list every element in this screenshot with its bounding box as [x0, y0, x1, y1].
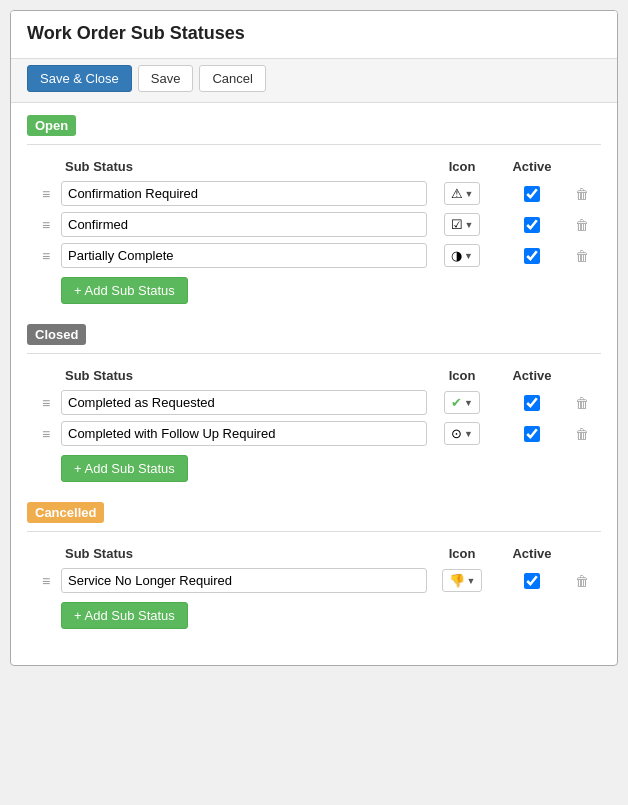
- icon-dropdown-cell: 👎 ▼: [427, 569, 497, 592]
- add-substatus-button-cancelled[interactable]: + Add Sub Status: [61, 602, 188, 629]
- active-checkbox[interactable]: [524, 217, 540, 233]
- active-cell: [497, 573, 567, 589]
- active-checkbox[interactable]: [524, 573, 540, 589]
- toolbar: Save & Close Save Cancel: [11, 59, 617, 103]
- icon-dropdown-cell: ☑ ▼: [427, 213, 497, 236]
- delete-button[interactable]: 🗑: [575, 395, 589, 411]
- title-bar: Work Order Sub Statuses: [11, 11, 617, 59]
- active-cell: [497, 426, 567, 442]
- substatus-field-wrapper: [61, 212, 427, 237]
- cancelled-col-active-header: Active: [497, 546, 567, 561]
- add-substatus-button-closed[interactable]: + Add Sub Status: [61, 455, 188, 482]
- icon-dropdown-cell: ◑ ▼: [427, 244, 497, 267]
- icon-dropdown-cell: ⚠ ▼: [427, 182, 497, 205]
- check-square-icon: ☑: [451, 217, 463, 232]
- save-close-button[interactable]: Save & Close: [27, 65, 132, 92]
- closed-table-header: Sub Status Icon Active: [27, 364, 601, 387]
- section-open: Open Sub Status Icon Active ≡ ⚠ ▼: [27, 115, 601, 304]
- active-checkbox[interactable]: [524, 186, 540, 202]
- caret-icon: ▼: [465, 220, 474, 230]
- substatus-input[interactable]: [61, 243, 427, 268]
- table-row: ≡ 👎 ▼ 🗑: [27, 565, 601, 596]
- substatus-input[interactable]: [61, 212, 427, 237]
- caret-icon: ▼: [464, 398, 473, 408]
- table-row: ≡ ☑ ▼ 🗑: [27, 209, 601, 240]
- table-row: ≡ ⚠ ▼ 🗑: [27, 178, 601, 209]
- icon-dropdown-button[interactable]: ⚠ ▼: [444, 182, 481, 205]
- icon-dropdown-cell: ✔ ▼: [427, 391, 497, 414]
- caret-icon: ▼: [465, 189, 474, 199]
- table-row: ≡ ◑ ▼ 🗑: [27, 240, 601, 271]
- drag-handle-icon[interactable]: ≡: [31, 426, 61, 442]
- closed-col-active-header: Active: [497, 368, 567, 383]
- main-window: Work Order Sub Statuses Save & Close Sav…: [10, 10, 618, 666]
- drag-handle-icon[interactable]: ≡: [31, 217, 61, 233]
- delete-cell: 🗑: [567, 395, 597, 411]
- section-cancelled-badge: Cancelled: [27, 502, 104, 523]
- drag-handle-icon[interactable]: ≡: [31, 248, 61, 264]
- delete-cell: 🗑: [567, 217, 597, 233]
- drag-handle-icon[interactable]: ≡: [31, 573, 61, 589]
- active-cell: [497, 217, 567, 233]
- delete-button[interactable]: 🗑: [575, 248, 589, 264]
- substatus-input[interactable]: [61, 421, 427, 446]
- warning-icon: ⚠: [451, 186, 463, 201]
- cancelled-col-substatus-header: Sub Status: [61, 546, 427, 561]
- icon-dropdown-cell: ⊙ ▼: [427, 422, 497, 445]
- add-substatus-button-open[interactable]: + Add Sub Status: [61, 277, 188, 304]
- icon-dropdown-button[interactable]: ◑ ▼: [444, 244, 480, 267]
- save-button[interactable]: Save: [138, 65, 194, 92]
- closed-col-icon-header: Icon: [427, 368, 497, 383]
- target-icon: ⊙: [451, 426, 462, 441]
- caret-icon: ▼: [464, 251, 473, 261]
- check-circle-icon: ✔: [451, 395, 462, 410]
- delete-button[interactable]: 🗑: [575, 217, 589, 233]
- thumbsdown-icon: 👎: [449, 573, 465, 588]
- closed-col-substatus-header: Sub Status: [61, 368, 427, 383]
- active-checkbox[interactable]: [524, 248, 540, 264]
- open-col-substatus-header: Sub Status: [61, 159, 427, 174]
- active-checkbox[interactable]: [524, 426, 540, 442]
- active-cell: [497, 395, 567, 411]
- substatus-field-wrapper: [61, 390, 427, 415]
- section-open-badge: Open: [27, 115, 76, 136]
- substatus-field-wrapper: [61, 181, 427, 206]
- section-cancelled: Cancelled Sub Status Icon Active ≡ 👎 ▼: [27, 502, 601, 629]
- icon-dropdown-button[interactable]: 👎 ▼: [442, 569, 483, 592]
- open-col-active-header: Active: [497, 159, 567, 174]
- caret-icon: ▼: [464, 429, 473, 439]
- substatus-field-wrapper: [61, 421, 427, 446]
- drag-handle-icon[interactable]: ≡: [31, 186, 61, 202]
- substatus-input[interactable]: [61, 390, 427, 415]
- substatus-input[interactable]: [61, 568, 427, 593]
- active-checkbox[interactable]: [524, 395, 540, 411]
- cancelled-col-icon-header: Icon: [427, 546, 497, 561]
- delete-cell: 🗑: [567, 573, 597, 589]
- table-row: ≡ ⊙ ▼ 🗑: [27, 418, 601, 449]
- delete-cell: 🗑: [567, 248, 597, 264]
- half-circle-icon: ◑: [451, 248, 462, 263]
- delete-cell: 🗑: [567, 426, 597, 442]
- drag-handle-icon[interactable]: ≡: [31, 395, 61, 411]
- delete-cell: 🗑: [567, 186, 597, 202]
- substatus-input[interactable]: [61, 181, 427, 206]
- table-row: ≡ ✔ ▼ 🗑: [27, 387, 601, 418]
- open-col-icon-header: Icon: [427, 159, 497, 174]
- section-closed-badge: Closed: [27, 324, 86, 345]
- icon-dropdown-button[interactable]: ⊙ ▼: [444, 422, 480, 445]
- active-cell: [497, 248, 567, 264]
- delete-button[interactable]: 🗑: [575, 186, 589, 202]
- substatus-field-wrapper: [61, 568, 427, 593]
- page-title: Work Order Sub Statuses: [27, 23, 601, 44]
- cancel-button[interactable]: Cancel: [199, 65, 265, 92]
- substatus-field-wrapper: [61, 243, 427, 268]
- icon-dropdown-button[interactable]: ✔ ▼: [444, 391, 480, 414]
- caret-icon: ▼: [467, 576, 476, 586]
- cancelled-table-header: Sub Status Icon Active: [27, 542, 601, 565]
- open-table-header: Sub Status Icon Active: [27, 155, 601, 178]
- active-cell: [497, 186, 567, 202]
- content-area: Open Sub Status Icon Active ≡ ⚠ ▼: [11, 103, 617, 665]
- icon-dropdown-button[interactable]: ☑ ▼: [444, 213, 481, 236]
- delete-button[interactable]: 🗑: [575, 426, 589, 442]
- delete-button[interactable]: 🗑: [575, 573, 589, 589]
